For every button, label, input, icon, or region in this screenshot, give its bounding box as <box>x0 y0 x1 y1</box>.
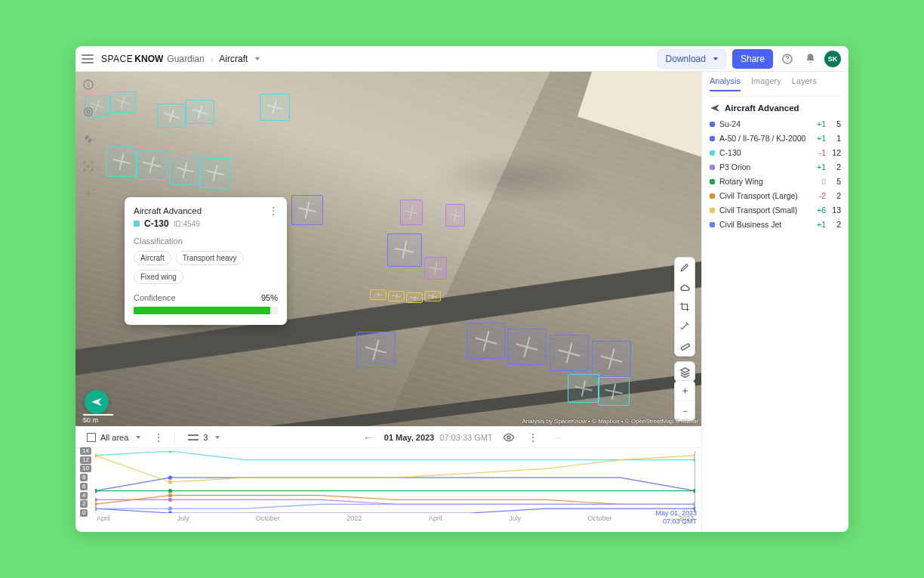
svg-point-7 <box>88 165 90 168</box>
zoom-in-button[interactable]: ＋ <box>675 381 695 400</box>
legend-delta: +6 <box>809 206 826 215</box>
download-label: Download <box>666 54 706 64</box>
tab-layers[interactable]: Layers <box>792 76 817 91</box>
legend: Su-24+15A-50 / Il-76-78 / KJ-2000+11C-13… <box>710 119 841 229</box>
detection-box[interactable] <box>157 104 186 128</box>
detection-box[interactable] <box>598 377 630 406</box>
svg-point-31 <box>95 453 97 457</box>
brand-bold: KNOW <box>134 54 163 64</box>
left-tools <box>80 76 97 202</box>
detection-box[interactable] <box>291 195 323 225</box>
legend-item[interactable]: C-130-112 <box>710 148 841 157</box>
tab-analysis[interactable]: Analysis <box>710 76 741 91</box>
detection-box[interactable] <box>370 289 387 300</box>
cloud-icon[interactable] <box>675 277 695 297</box>
svg-point-22 <box>95 498 97 502</box>
detection-box[interactable] <box>507 329 547 365</box>
ruler-icon[interactable] <box>675 336 695 356</box>
detection-box[interactable] <box>387 233 422 267</box>
legend-count: 2 <box>830 191 841 200</box>
detection-box[interactable] <box>110 91 136 113</box>
legend-item[interactable]: Rotary Wing05 <box>710 177 841 186</box>
detection-box[interactable] <box>424 257 447 280</box>
map[interactable]: Aircraft Advanced C-130 ID:4549 ⋮ Classi… <box>75 72 701 426</box>
series-count-value: 3 <box>203 433 208 442</box>
detection-box[interactable] <box>388 291 405 301</box>
detection-box[interactable] <box>260 94 290 121</box>
detection-box[interactable] <box>186 100 214 124</box>
detection-box[interactable] <box>169 155 201 185</box>
detection-box[interactable] <box>467 323 506 359</box>
right-panel: AnalysisImageryLayers Aircraft Advanced … <box>701 72 849 532</box>
legend-item[interactable]: P3 Orion+12 <box>710 162 841 172</box>
map-layers-toggle[interactable] <box>674 361 695 382</box>
breadcrumb[interactable]: Aircraft <box>219 54 260 64</box>
detection-box[interactable] <box>445 204 465 227</box>
avatar[interactable]: SK <box>824 51 841 67</box>
svg-point-36 <box>693 502 695 506</box>
legend-item[interactable]: Su-24+15 <box>710 119 841 128</box>
card-progress-fill <box>134 307 270 314</box>
avatar-initials: SK <box>828 55 838 63</box>
detection-box[interactable] <box>400 199 423 225</box>
next-button[interactable]: → <box>549 429 565 446</box>
svg-point-17 <box>168 511 172 513</box>
chart-xaxis: AprilJulyOctober2022AprilJulyOctober2023 <box>95 513 695 522</box>
svg-point-32 <box>168 480 172 484</box>
legend-name: Su-24 <box>719 119 809 128</box>
plus-icon[interactable] <box>80 185 97 202</box>
plane-icon <box>710 103 720 113</box>
share-button[interactable]: Share <box>732 49 773 69</box>
header-actions: Download Share SK <box>658 49 841 69</box>
detection-box[interactable] <box>136 150 168 180</box>
tab-imagery[interactable]: Imagery <box>751 76 781 91</box>
svg-point-34 <box>95 507 97 511</box>
detection-box[interactable] <box>568 374 599 403</box>
svg-point-4 <box>88 82 88 82</box>
legend-color <box>710 136 715 141</box>
header: SPACEKNOW Guardian › Aircraft Download S… <box>75 46 849 72</box>
detection-box[interactable] <box>592 341 631 377</box>
wand-icon[interactable] <box>675 317 695 336</box>
fab-aircraft[interactable] <box>85 390 109 414</box>
detection-box[interactable] <box>406 292 423 303</box>
target-icon[interactable] <box>80 104 97 120</box>
time-value: 07:03:33 GMT <box>439 433 492 442</box>
chart-xtick: October <box>256 515 280 522</box>
scan-icon[interactable] <box>80 158 97 175</box>
detection-box[interactable] <box>424 291 441 301</box>
more-icon[interactable]: ⋮ <box>150 429 167 446</box>
detection-box[interactable] <box>199 158 231 188</box>
download-button[interactable]: Download <box>658 49 726 69</box>
series-count[interactable]: 3 <box>183 429 225 446</box>
menu-icon[interactable] <box>82 54 94 63</box>
card-id: ID:4549 <box>174 220 200 228</box>
svg-point-33 <box>693 453 695 457</box>
legend-item[interactable]: A-50 / Il-76-78 / KJ-2000+11 <box>710 134 841 143</box>
breadcrumb-label: Aircraft <box>219 54 248 64</box>
legend-item[interactable]: Civil Transport (Small)+613 <box>710 206 841 215</box>
help-icon[interactable] <box>779 51 796 67</box>
card-title: Aircraft Advanced <box>134 206 278 215</box>
detection-box[interactable] <box>106 147 137 177</box>
more-icon[interactable]: ⋮ <box>525 429 541 446</box>
prev-button[interactable]: ← <box>360 429 377 446</box>
flag-date: May 01, 2023 <box>655 509 697 518</box>
detection-box[interactable] <box>550 335 589 371</box>
info-icon[interactable] <box>80 76 97 93</box>
timeseries-chart[interactable]: 14121086420 AprilJulyOctober2022AprilJul… <box>75 447 701 532</box>
detection-box[interactable] <box>356 332 396 368</box>
pencil-icon[interactable] <box>675 258 695 277</box>
area-selector[interactable]: All area <box>82 429 146 446</box>
crop-icon[interactable] <box>675 297 695 317</box>
legend-item[interactable]: Civil Transport (Large)-22 <box>710 191 841 200</box>
satellite-icon[interactable] <box>80 131 97 147</box>
eye-icon[interactable] <box>500 429 517 446</box>
chart-ytick: 4 <box>80 492 88 499</box>
chart-xtick: October <box>588 515 612 522</box>
legend-item[interactable]: Civil Business Jet+12 <box>710 220 841 229</box>
legend-count: 5 <box>830 119 841 128</box>
more-icon[interactable]: ⋮ <box>268 208 279 214</box>
card-confidence-row: Confidence 95% <box>134 293 278 302</box>
bell-icon[interactable] <box>802 51 818 67</box>
